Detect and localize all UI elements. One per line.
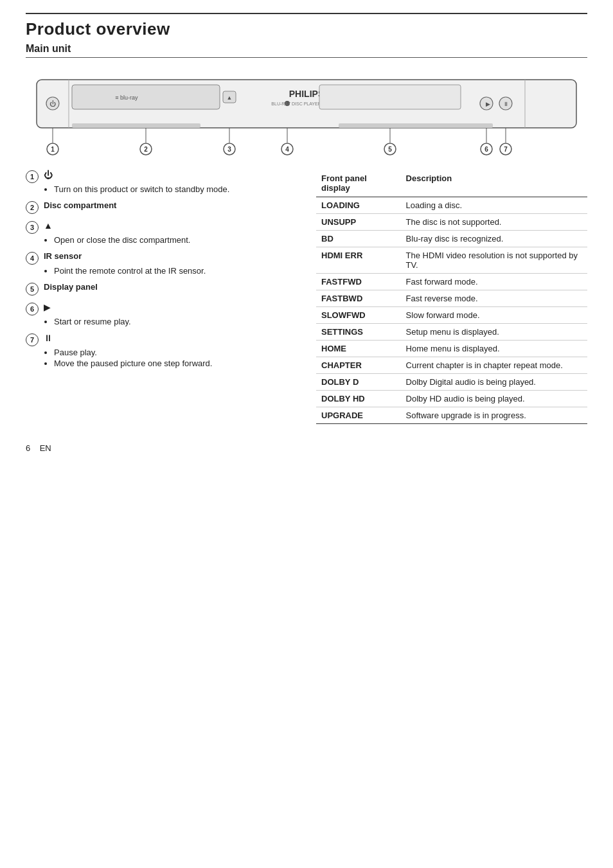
item-4-bullet-1: Point the remote control at the IR senso… (54, 266, 297, 276)
table-row: HDMI ERRThe HDMI video resolution is not… (316, 247, 587, 274)
table-row: LOADINGLoading a disc. (316, 197, 587, 214)
table-cell-desc: Setup menu is displayed. (401, 324, 587, 341)
item-6-icon: ▶ (44, 302, 51, 312)
table-cell-code: SLOWFWD (316, 307, 401, 324)
item-3: 3 ▲ Open or close the disc compartment. (26, 220, 297, 245)
svg-text:▶: ▶ (486, 101, 490, 107)
table-cell-code: HDMI ERR (316, 247, 401, 274)
item-3-number: 3 (26, 221, 39, 234)
svg-text:7: 7 (504, 146, 508, 153)
table-row: DOLBY DDolby Digital audio is being play… (316, 374, 587, 391)
item-5: 5 Display panel (26, 282, 297, 296)
item-3-icon: ▲ (44, 220, 53, 231)
table-cell-desc: Fast forward mode. (401, 274, 587, 290)
svg-rect-2 (72, 85, 220, 109)
item-1-number: 1 (26, 170, 39, 183)
table-cell-code: UNSUPP (316, 214, 401, 231)
table-cell-code: LOADING (316, 197, 401, 214)
item-1-bullets: Turn on this product or switch to standb… (45, 184, 297, 194)
table-cell-desc: Software upgrade is in progress. (401, 407, 587, 424)
table-header-display: Front panel display (316, 170, 401, 197)
svg-text:4: 4 (285, 146, 289, 153)
table-cell-desc: Dolby Digital audio is being played. (401, 374, 587, 391)
item-7-icon: ⏸ (44, 333, 53, 343)
table-cell-code: BD (316, 231, 401, 247)
table-cell-code: FASTFWD (316, 274, 401, 290)
left-column: 1 ⏻ Turn on this product or switch to st… (26, 170, 297, 424)
table-cell-desc: The disc is not supported. (401, 214, 587, 231)
table-cell-code: SETTINGS (316, 324, 401, 341)
table-row: BDBlu-ray disc is recognized. (316, 231, 587, 247)
table-cell-code: CHAPTER (316, 357, 401, 374)
table-cell-desc: Blu-ray disc is recognized. (401, 231, 587, 247)
item-4-bullets: Point the remote control at the IR senso… (45, 266, 297, 276)
table-cell-desc: Home menu is displayed. (401, 341, 587, 357)
table-cell-code: FASTBWD (316, 290, 401, 307)
table-cell-code: UPGRADE (316, 407, 401, 424)
table-cell-code: HOME (316, 341, 401, 357)
item-2: 2 Disc compartment (26, 200, 297, 214)
table-cell-desc: Current chapter is in chapter repeat mod… (401, 357, 587, 374)
table-cell-code: DOLBY D (316, 374, 401, 391)
page-number: 6 (26, 443, 30, 453)
table-row: HOMEHome menu is displayed. (316, 341, 587, 357)
table-row: UPGRADESoftware upgrade is in progress. (316, 407, 587, 424)
item-4-number: 4 (26, 252, 39, 265)
item-1-icon: ⏻ (44, 170, 53, 180)
svg-text:▲: ▲ (227, 94, 233, 101)
item-4-label: IR sensor (44, 251, 82, 261)
item-5-label: Display panel (44, 282, 98, 292)
table-row: SLOWFWDSlow forward mode. (316, 307, 587, 324)
item-6-number: 6 (26, 303, 39, 315)
table-row: CHAPTERCurrent chapter is in chapter rep… (316, 357, 587, 374)
item-7-bullet-2: Move the paused picture one step forward… (54, 359, 297, 368)
item-7-bullets: Pause play. Move the paused picture one … (45, 348, 297, 368)
svg-text:1: 1 (51, 146, 55, 153)
item-3-bullets: Open or close the disc compartment. (45, 235, 297, 245)
table-row: FASTFWDFast forward mode. (316, 274, 587, 290)
table-cell-desc: Loading a disc. (401, 197, 587, 214)
table-row: SETTINGSSetup menu is displayed. (316, 324, 587, 341)
svg-text:3: 3 (227, 146, 231, 153)
svg-text:PHILIPS: PHILIPS (289, 89, 324, 99)
footer: 6 EN (26, 443, 587, 453)
panel-display-table: Front panel display Description LOADINGL… (316, 170, 587, 424)
item-6-bullets: Start or resume play. (45, 317, 297, 326)
item-6-bullet-1: Start or resume play. (54, 317, 297, 326)
table-cell-code: DOLBY HD (316, 391, 401, 407)
item-7: 7 ⏸ Pause play. Move the paused picture … (26, 333, 297, 368)
item-7-bullet-1: Pause play. (54, 348, 297, 357)
item-1-bullet-1: Turn on this product or switch to standb… (54, 184, 297, 194)
svg-text:6: 6 (484, 146, 488, 153)
page-title: Product overview (26, 13, 587, 39)
svg-rect-17 (72, 123, 200, 128)
item-7-number: 7 (26, 333, 39, 346)
table-row: UNSUPPThe disc is not supported. (316, 214, 587, 231)
device-illustration: ≡ blu-ray ⏻ ▲ PHILIPS BLU-RAY DISC PLAYE… (26, 67, 587, 157)
svg-text:⏻: ⏻ (49, 100, 56, 107)
table-cell-desc: Dolby HD audio is being played. (401, 391, 587, 407)
page-lang: EN (40, 443, 51, 453)
item-2-label: Disc compartment (44, 200, 116, 210)
item-4: 4 IR sensor Point the remote control at … (26, 251, 297, 276)
svg-text:≡ blu-ray: ≡ blu-ray (115, 94, 138, 101)
svg-text:2: 2 (144, 146, 148, 153)
table-row: FASTBWDFast reverse mode. (316, 290, 587, 307)
table-cell-desc: The HDMI video resolution is not support… (401, 247, 587, 274)
item-5-number: 5 (26, 283, 39, 296)
section-title: Main unit (26, 43, 587, 58)
svg-text:5: 5 (388, 146, 392, 153)
right-column: Front panel display Description LOADINGL… (316, 170, 587, 424)
item-3-bullet-1: Open or close the disc compartment. (54, 235, 297, 245)
table-cell-desc: Slow forward mode. (401, 307, 587, 324)
svg-text:⏸: ⏸ (503, 101, 509, 107)
main-content: 1 ⏻ Turn on this product or switch to st… (26, 170, 587, 424)
item-2-number: 2 (26, 201, 39, 214)
table-cell-desc: Fast reverse mode. (401, 290, 587, 307)
item-1: 1 ⏻ Turn on this product or switch to st… (26, 170, 297, 194)
table-row: DOLBY HDDolby HD audio is being played. (316, 391, 587, 407)
svg-rect-18 (339, 123, 493, 128)
table-header-description: Description (401, 170, 587, 197)
svg-rect-11 (319, 85, 461, 109)
item-6: 6 ▶ Start or resume play. (26, 302, 297, 326)
